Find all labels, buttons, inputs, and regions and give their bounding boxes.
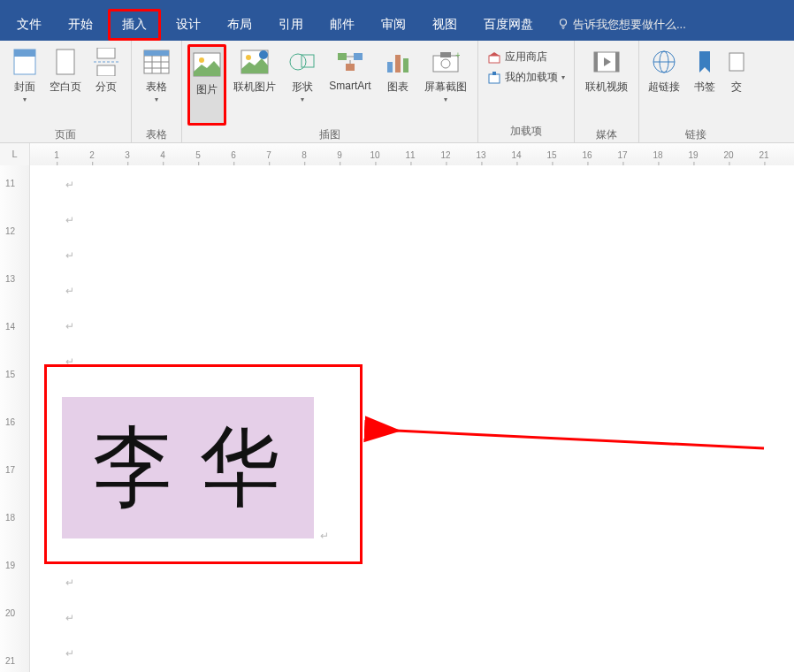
- svg-rect-37: [594, 52, 598, 72]
- ruler-bar: L 123456789101112131415161718192021: [0, 143, 794, 165]
- svg-rect-28: [403, 58, 408, 73]
- tellme-search[interactable]: 告诉我您想要做什么...: [557, 17, 686, 33]
- ruler-tick: 12: [5, 226, 15, 236]
- svg-rect-30: [440, 52, 451, 57]
- horizontal-ruler[interactable]: 123456789101112131415161718192021: [30, 143, 794, 165]
- shapes-button[interactable]: 形状 ▾: [283, 44, 322, 126]
- addin-icon: [487, 71, 501, 85]
- svg-point-15: [199, 57, 204, 63]
- table-button[interactable]: 表格 ▾: [137, 44, 176, 126]
- paragraph-mark-icon: ↵: [65, 285, 74, 297]
- tab-layout[interactable]: 布局: [216, 11, 263, 38]
- tab-mailings[interactable]: 邮件: [318, 11, 366, 38]
- paragraph-mark-icon: ↵: [65, 612, 74, 624]
- crossref-button[interactable]: 交: [726, 44, 747, 126]
- cover-page-icon: [11, 48, 39, 76]
- svg-point-18: [259, 50, 268, 59]
- ruler-tick: 17: [5, 465, 15, 475]
- store-icon: [487, 50, 501, 65]
- ruler-tick: 1: [54, 150, 59, 160]
- svg-rect-2: [14, 50, 35, 57]
- tellme-label: 告诉我您想要做什么...: [573, 17, 686, 33]
- ruler-tick: 18: [653, 150, 662, 160]
- picture-icon: [193, 50, 221, 79]
- svg-rect-13: [144, 50, 169, 56]
- smartart-button[interactable]: SmartArt: [324, 44, 377, 126]
- svg-point-0: [561, 19, 567, 25]
- paragraph-mark-icon: ↵: [65, 214, 74, 226]
- ruler-tick: 21: [759, 150, 768, 160]
- ruler-tick: 16: [5, 417, 15, 427]
- document-page[interactable]: ↵ ↵ ↵ ↵ ↵ ↵ 李 华 ↵ ↵ ↵ ↵: [30, 165, 794, 672]
- ruler-corner[interactable]: L: [0, 143, 30, 165]
- chevron-down-icon: ▾: [444, 96, 447, 103]
- chevron-down-icon: ▾: [561, 73, 565, 81]
- annotation-arrow-icon: [384, 422, 773, 457]
- svg-point-17: [246, 55, 251, 60]
- title-bar: [0, 0, 794, 9]
- menu-bar: 文件 开始 插入 设计 布局 引用 邮件 审阅 视图 百度网盘 告诉我您想要做什…: [0, 9, 794, 41]
- ruler-tick: 12: [440, 150, 450, 160]
- paragraph-mark-icon: ↵: [65, 249, 74, 262]
- page-break-icon: [92, 48, 120, 76]
- group-links: 超链接 书签 交 链接: [639, 41, 752, 142]
- ruler-tick: 11: [5, 179, 15, 188]
- svg-rect-44: [729, 53, 744, 71]
- store-button[interactable]: 应用商店: [487, 50, 547, 65]
- ruler-tick: 13: [5, 274, 15, 284]
- hyperlink-button[interactable]: 超链接: [645, 44, 683, 126]
- svg-text:+: +: [455, 50, 460, 60]
- svg-rect-29: [433, 56, 458, 72]
- group-addins: 应用商店 我的加载项 ▾ 加载项: [478, 41, 575, 142]
- bookmark-icon: [691, 48, 719, 76]
- svg-rect-34: [489, 74, 500, 83]
- tab-insert[interactable]: 插入: [108, 9, 161, 41]
- svg-rect-23: [346, 64, 355, 71]
- ruler-tick: 5: [195, 150, 201, 160]
- ruler-tick: 8: [302, 150, 307, 160]
- blank-page-icon: [51, 48, 80, 76]
- tab-review[interactable]: 审阅: [370, 11, 417, 38]
- paragraph-mark-icon: ↵: [320, 530, 329, 542]
- cover-page-button[interactable]: 封面 ▾: [5, 44, 44, 126]
- svg-rect-22: [354, 53, 363, 60]
- vertical-ruler[interactable]: 1112131415161718192021: [0, 165, 30, 672]
- picture-button[interactable]: 图片: [187, 44, 226, 126]
- online-picture-button[interactable]: 联机图片: [228, 44, 281, 126]
- ruler-tick: 13: [476, 150, 485, 160]
- ruler-tick: 4: [160, 150, 165, 160]
- bookmark-button[interactable]: 书签: [685, 44, 724, 126]
- svg-rect-5: [97, 65, 115, 76]
- ruler-tick: 7: [266, 150, 271, 160]
- paragraph-mark-icon: ↵: [65, 179, 74, 191]
- svg-rect-20: [302, 55, 314, 67]
- svg-rect-38: [615, 52, 619, 72]
- chevron-down-icon: ▾: [301, 96, 304, 103]
- document-area: 1112131415161718192021 ↵ ↵ ↵ ↵ ↵ ↵ 李 华 ↵…: [0, 165, 794, 672]
- ruler-tick: 15: [546, 150, 556, 160]
- ruler-tick: 3: [125, 150, 130, 160]
- tab-baidu[interactable]: 百度网盘: [472, 11, 545, 38]
- tab-home[interactable]: 开始: [57, 11, 104, 38]
- svg-marker-43: [699, 51, 710, 73]
- chevron-down-icon: ▾: [155, 96, 158, 103]
- tab-references[interactable]: 引用: [267, 11, 315, 38]
- ruler-tick: 6: [231, 150, 236, 160]
- chevron-down-icon: ▾: [23, 96, 27, 103]
- page-break-button[interactable]: 分页: [87, 44, 126, 126]
- table-icon: [142, 48, 171, 76]
- chart-icon: [384, 48, 412, 76]
- svg-rect-27: [395, 55, 401, 73]
- tab-view[interactable]: 视图: [421, 11, 469, 38]
- online-video-button[interactable]: 联机视频: [580, 44, 633, 126]
- chart-button[interactable]: 图表: [378, 44, 417, 126]
- online-picture-icon: [240, 48, 269, 76]
- crossref-icon: [722, 48, 751, 76]
- blank-page-button[interactable]: 空白页: [46, 44, 85, 126]
- myaddins-button[interactable]: 我的加载项 ▾: [487, 70, 565, 85]
- globe-icon: [650, 48, 678, 76]
- screenshot-button[interactable]: + 屏幕截图 ▾: [419, 44, 472, 126]
- tab-file[interactable]: 文件: [5, 11, 53, 38]
- tab-design[interactable]: 设计: [164, 11, 212, 38]
- inserted-signature-image[interactable]: 李 华: [62, 397, 314, 538]
